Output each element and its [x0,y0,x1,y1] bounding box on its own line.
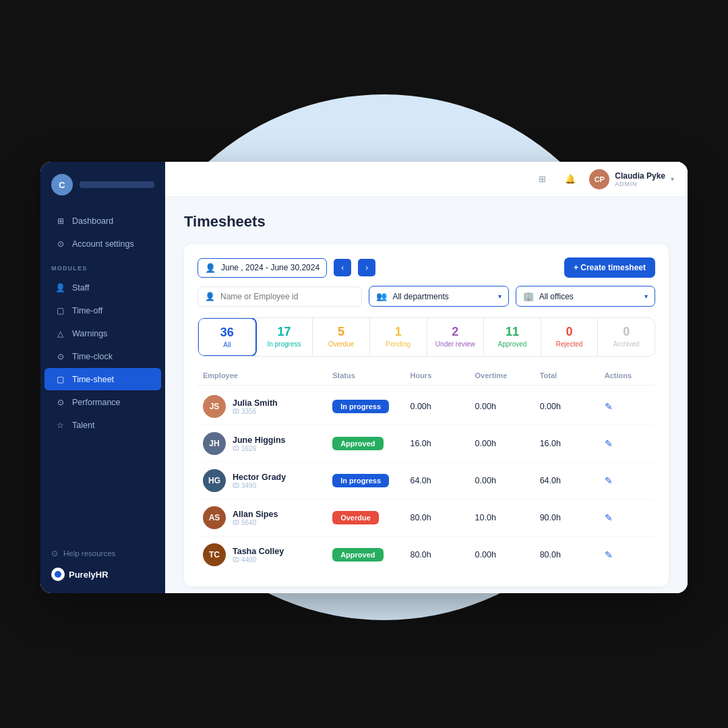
warnings-icon: △ [55,328,65,338]
stat-tab-all[interactable]: 36 All [198,317,257,357]
help-resources-link[interactable]: ⊙ Help resources [51,549,154,558]
sidebar-item-label: Performance [72,398,121,407]
main-content: ⊞ 🔔 CP Claudia Pyke ADMIN ▾ Timesheets [165,162,688,593]
employee-name: Julia Smith [233,398,278,408]
edit-icon[interactable]: ✎ [605,438,613,449]
offices-chevron: ▾ [644,293,648,300]
sidebar: C ⊞ Dashboard ⊙ Account settings MODULES… [40,162,165,593]
stat-tab-pending[interactable]: 1 Pending [370,318,427,356]
employee-cell-row-tasha: TC Tasha Colley 4400 [203,543,332,566]
svg-rect-9 [233,520,239,524]
sidebar-item-performance[interactable]: ⊙ Performance [44,391,161,413]
hours-cell: 16.0h [410,439,475,448]
edit-icon[interactable]: ✎ [605,512,613,523]
overtime-cell: 0.00h [475,550,540,559]
employee-cell-row-julia: JS Julia Smith 3356 [203,395,332,418]
id-icon [233,519,239,526]
sidebar-item-time-off[interactable]: ▢ Time-off [44,299,161,322]
grid-view-button[interactable]: ⊞ [533,170,551,189]
stat-tabs: 36 All 17 In progress 5 Overdue 1 Pendin… [198,317,655,357]
employee-id: 1626 [233,445,285,452]
search-field[interactable]: 👤 [198,286,362,307]
date-range-value: June , 2024 - June 30,2024 [221,263,320,272]
stat-tab-approved[interactable]: 11 Approved [484,318,541,356]
employee-avatar: JH [203,432,226,455]
calendar-icon: 👤 [205,263,216,273]
date-prev-button[interactable]: ‹ [334,259,351,276]
stat-tab-archived[interactable]: 0 Archived [598,318,655,356]
stat-tab-label-overdue: Overdue [315,340,367,348]
sidebar-item-talent[interactable]: ☆ Talent [44,414,161,436]
date-next-button[interactable]: › [358,259,375,276]
sidebar-item-warnings[interactable]: △ Warnings [44,322,161,344]
hours-cell: 0.00h [410,402,475,411]
status-cell: Overdue [332,511,410,524]
stat-tab-under-review[interactable]: 2 Under review [427,318,485,356]
employee-cell-row-hector: HG Hector Grady 3490 [203,469,332,492]
stat-tab-label-approved: Approved [487,340,538,348]
stat-tab-label-all: All [202,341,253,348]
hours-cell: 64.0h [410,476,475,485]
user-menu-chevron: ▾ [671,175,674,183]
table-row: JH June Higgins 1626 Approved 16.0h 0.00… [198,425,655,462]
stat-tab-label-pending: Pending [373,340,424,348]
table-row: AS Allan Sipes 5640 Overdue 80.0h 10.0h … [198,499,655,537]
page-content: Timesheets 👤 June , 2024 - June 30,2024 … [165,197,688,593]
table-col-header-actions: Actions [605,371,650,380]
status-cell: In progress [332,400,410,413]
topbar: ⊞ 🔔 CP Claudia Pyke ADMIN ▾ [165,162,688,197]
user-info: Claudia Pyke ADMIN [615,171,665,187]
id-icon [233,556,239,563]
table-col-header-hours: Hours [410,371,475,380]
edit-icon[interactable]: ✎ [605,549,613,560]
date-range-filter[interactable]: 👤 June , 2024 - June 30,2024 [198,258,327,278]
departments-filter[interactable]: 👥 All departments ▾ [369,286,508,307]
stat-tab-rejected[interactable]: 0 Rejected [541,318,599,356]
talent-icon: ☆ [55,420,65,430]
id-icon [233,445,239,452]
search-input[interactable] [220,292,355,301]
user-menu[interactable]: CP Claudia Pyke ADMIN ▾ [589,169,674,189]
sidebar-item-label: Time-clock [72,352,113,361]
actions-cell: ✎ [605,475,650,487]
table-col-header-overtime: Overtime [475,371,540,380]
edit-icon[interactable]: ✎ [605,401,613,412]
overtime-cell: 0.00h [475,439,540,448]
stat-tab-number-inprogress: 17 [259,325,310,339]
employee-name: Tasha Colley [233,547,284,556]
sidebar-header: C [40,162,165,206]
purelyhr-logo: PurelyHR [51,568,154,581]
org-avatar: C [51,174,73,195]
dashboard-icon: ⊞ [55,216,65,226]
hours-cell: 80.0h [410,513,475,522]
stat-tab-number-rejected: 0 [544,325,595,339]
sidebar-item-staff[interactable]: 👤 Staff [44,276,161,299]
offices-icon: 🏢 [523,291,534,301]
modules-section-label: MODULES [40,255,165,276]
sidebar-item-dashboard[interactable]: ⊞ Dashboard [44,210,161,232]
table-row: TC Tasha Colley 4400 Approved 80.0h 0.00… [198,537,655,573]
filter-row-2: 👤 👥 All departments ▾ 🏢 All offices ▾ [198,286,655,307]
user-avatar: CP [589,169,609,189]
page-title: Timesheets [184,213,669,231]
create-timesheet-button[interactable]: + Create timesheet [564,257,655,278]
edit-icon[interactable]: ✎ [605,475,613,486]
actions-cell: ✎ [605,512,650,524]
time-clock-icon: ⊙ [55,351,65,361]
total-cell: 64.0h [540,476,605,485]
notifications-button[interactable]: 🔔 [561,170,580,189]
sidebar-item-label: Staff [72,283,89,293]
sidebar-item-time-sheet[interactable]: ▢ Time-sheet [44,368,161,390]
svg-rect-12 [233,557,239,562]
sidebar-item-time-clock[interactable]: ⊙ Time-clock [44,345,161,367]
app-window: C ⊞ Dashboard ⊙ Account settings MODULES… [40,162,688,593]
sidebar-item-label: Dashboard [72,216,113,226]
actions-cell: ✎ [605,437,650,450]
offices-filter[interactable]: 🏢 All offices ▾ [516,286,655,307]
stat-tab-overdue[interactable]: 5 Overdue [313,318,370,356]
sidebar-item-account-settings[interactable]: ⊙ Account settings [44,233,161,255]
stat-tab-inprogress[interactable]: 17 In progress [256,318,313,356]
total-cell: 90.0h [540,513,605,522]
sidebar-item-label: Talent [72,421,94,430]
employee-avatar: JS [203,395,226,418]
